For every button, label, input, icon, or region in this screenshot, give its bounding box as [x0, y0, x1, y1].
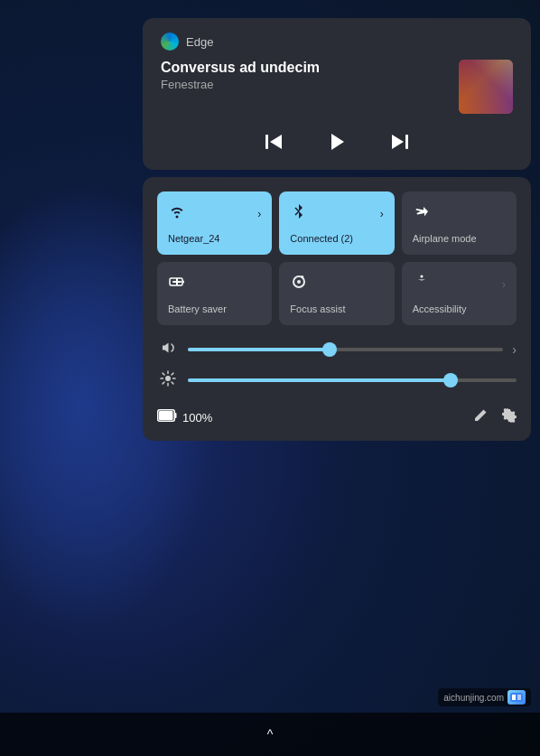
svg-marker-2 — [331, 134, 344, 150]
edit-button[interactable] — [473, 408, 488, 426]
media-card: Edge Conversus ad undecim Fenestrae — [143, 18, 531, 170]
bluetooth-tile-top: › — [290, 202, 383, 225]
wifi-tile[interactable]: › Netgear_24 — [157, 191, 272, 255]
svg-marker-4 — [392, 135, 404, 149]
focus-tile-top — [290, 273, 383, 295]
svg-point-8 — [165, 376, 171, 381]
volume-slider-row: › — [157, 340, 517, 359]
quick-tiles-grid: › Netgear_24 › Connected (2) — [157, 191, 517, 325]
media-prev-button[interactable] — [260, 128, 287, 155]
focus-assist-label: Focus assist — [290, 303, 345, 314]
watermark: aichunjing.com — [438, 688, 531, 706]
svg-rect-6 — [182, 281, 184, 284]
media-title: Conversus ad undecim — [161, 60, 459, 76]
airplane-tile-top — [413, 202, 506, 225]
svg-rect-18 — [175, 413, 177, 418]
svg-rect-19 — [159, 411, 173, 420]
media-content: Conversus ad undecim Fenestrae — [161, 60, 513, 114]
svg-line-13 — [163, 373, 164, 375]
brightness-track[interactable] — [188, 378, 517, 382]
brightness-thumb — [443, 373, 458, 387]
battery-saver-label: Battery saver — [168, 303, 227, 314]
volume-icon — [157, 340, 179, 359]
wifi-arrow-icon: › — [257, 208, 261, 220]
settings-button[interactable] — [502, 408, 517, 426]
svg-rect-3 — [405, 135, 408, 149]
volume-chevron-icon[interactable]: › — [512, 342, 517, 357]
wifi-label: Netgear_24 — [168, 233, 220, 244]
quick-settings-card: › Netgear_24 › Connected (2) — [143, 177, 531, 441]
focus-assist-icon — [290, 273, 308, 295]
volume-thumb — [322, 342, 337, 357]
taskbar-chevron-icon[interactable]: ^ — [267, 727, 274, 742]
svg-rect-0 — [265, 135, 268, 149]
svg-line-16 — [163, 382, 164, 384]
airplane-tile[interactable]: Airplane mode — [402, 191, 517, 255]
focus-assist-tile[interactable]: Focus assist — [279, 262, 394, 325]
brightness-fill — [188, 378, 451, 382]
bluetooth-label: Connected (2) — [290, 233, 353, 244]
edge-browser-icon — [161, 33, 179, 51]
brightness-icon — [157, 370, 179, 390]
battery-saver-tile-top — [168, 273, 261, 295]
battery-saver-tile[interactable]: Battery saver — [157, 262, 272, 325]
media-next-button[interactable] — [386, 128, 414, 155]
bottom-bar: 100% — [157, 401, 517, 426]
accessibility-tile-top: › — [413, 273, 506, 295]
panel-container: Edge Conversus ad undecim Fenestrae — [143, 18, 531, 441]
watermark-text: aichunjing.com — [443, 693, 504, 703]
svg-line-15 — [172, 373, 173, 375]
battery-info: 100% — [157, 409, 212, 425]
svg-marker-1 — [270, 135, 282, 149]
media-thumbnail — [459, 60, 513, 114]
accessibility-arrow-icon: › — [502, 278, 506, 291]
media-header: Edge — [161, 33, 513, 51]
airplane-label: Airplane mode — [413, 233, 477, 244]
wifi-icon — [168, 202, 186, 225]
volume-track[interactable] — [188, 348, 503, 351]
media-controls — [161, 128, 513, 155]
media-info: Conversus ad undecim Fenestrae — [161, 60, 459, 91]
accessibility-tile[interactable]: › Accessibility — [402, 262, 517, 325]
bluetooth-arrow-icon: › — [380, 208, 384, 220]
battery-percent: 100% — [182, 411, 212, 425]
battery-icon — [157, 409, 177, 425]
svg-point-7 — [420, 275, 423, 278]
accessibility-icon — [413, 273, 431, 295]
media-app-name: Edge — [186, 35, 213, 49]
watermark-logo — [507, 690, 526, 705]
bottom-action-icons — [473, 408, 517, 426]
bluetooth-tile[interactable]: › Connected (2) — [279, 191, 394, 255]
volume-fill — [188, 348, 330, 351]
bluetooth-icon — [290, 202, 308, 225]
taskbar: ^ — [0, 713, 540, 756]
accessibility-label: Accessibility — [413, 303, 467, 314]
battery-saver-icon — [168, 273, 186, 295]
wifi-tile-top: › — [168, 202, 261, 225]
media-play-button[interactable] — [323, 128, 350, 155]
svg-line-14 — [172, 382, 173, 384]
media-subtitle: Fenestrae — [161, 78, 459, 91]
airplane-icon — [413, 202, 431, 225]
brightness-slider-row — [157, 370, 517, 390]
